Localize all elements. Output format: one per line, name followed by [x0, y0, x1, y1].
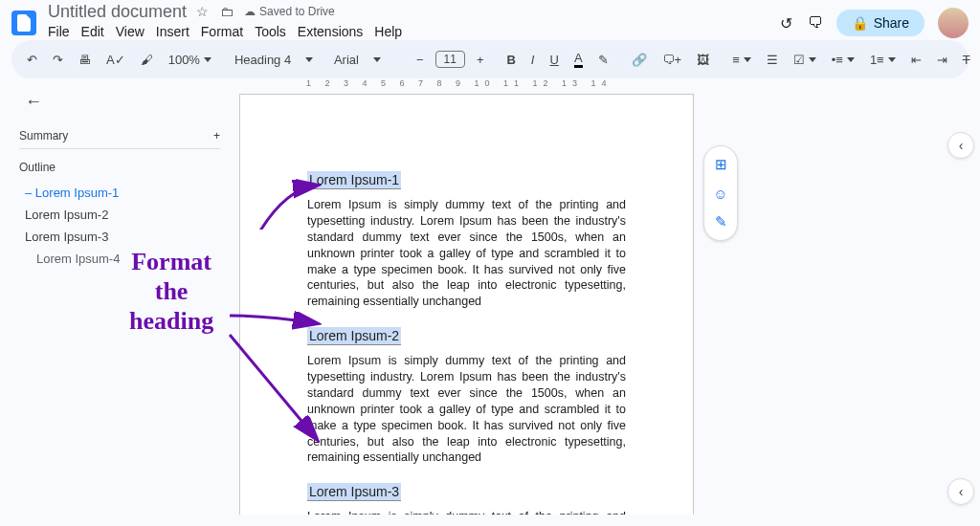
clear-format-button[interactable]: T [959, 49, 974, 71]
cloud-saved-status[interactable]: ☁ Saved to Drive [244, 4, 335, 19]
summary-label: Summary [19, 129, 68, 142]
add-comment-icon[interactable]: ⊞ [708, 152, 733, 177]
print-button[interactable]: 🖶 [75, 49, 95, 71]
ruler[interactable]: 1 2 3 4 5 6 7 8 9 10 11 12 13 14 [239, 78, 980, 94]
menu-insert[interactable]: Insert [156, 24, 189, 39]
menu-file[interactable]: File [48, 24, 70, 39]
line-spacing-button[interactable]: ☰ [763, 49, 782, 71]
avatar[interactable] [938, 8, 969, 38]
emoji-react-icon[interactable]: ☺ [708, 181, 733, 206]
indent-increase-button[interactable]: ⇥ [933, 49, 951, 71]
add-comment-button[interactable]: 🗨+ [658, 49, 686, 71]
style-dropdown[interactable]: Heading 4 [231, 49, 315, 71]
redo-button[interactable]: ↷ [49, 49, 67, 71]
checklist-button[interactable]: ☑ [790, 49, 820, 71]
outline-item-1[interactable]: Lorem Ipsum-1 [19, 182, 220, 204]
lock-icon: 🔒 [852, 15, 868, 31]
doc-paragraph[interactable]: Lorem Ipsum is simply dummy text of the … [307, 353, 626, 466]
fontsize-increase[interactable]: + [473, 49, 488, 71]
doc-paragraph[interactable]: Lorem Ipsum is simply dummy text of the … [307, 509, 626, 515]
fontsize-decrease[interactable]: − [412, 49, 428, 71]
suggest-edit-icon[interactable]: ✎ [708, 209, 733, 234]
outline-item-4[interactable]: Lorem Ipsum-4 [19, 248, 220, 270]
image-button[interactable]: 🖼 [693, 49, 713, 71]
italic-button[interactable]: I [527, 49, 539, 71]
outline-sidebar: ← Summary + Outline Lorem Ipsum-1 Lorem … [0, 78, 239, 515]
undo-button[interactable]: ↶ [23, 49, 41, 71]
numbered-list-button[interactable]: 1≡ [866, 49, 900, 71]
doc-heading-1[interactable]: Lorem Ipsum-1 [307, 171, 401, 189]
doc-heading-2[interactable]: Lorem Ipsum-2 [307, 327, 401, 345]
spellcheck-button[interactable]: A✓ [102, 49, 129, 71]
outline-item-3[interactable]: Lorem Ipsum-3 [19, 226, 220, 248]
menu-format[interactable]: Format [201, 24, 243, 39]
text-color-button[interactable]: A [570, 47, 587, 72]
star-icon[interactable]: ☆ [194, 4, 210, 19]
doc-heading-3[interactable]: Lorem Ipsum-3 [307, 483, 401, 501]
font-dropdown[interactable]: Arial [330, 49, 397, 71]
menu-bar: File Edit View Insert Format Tools Exten… [48, 22, 779, 45]
fontsize-input[interactable]: 11 [435, 51, 465, 68]
paint-format-button[interactable]: 🖌 [137, 49, 157, 71]
menu-edit[interactable]: Edit [81, 24, 104, 39]
highlight-button[interactable]: ✎ [594, 49, 612, 71]
link-button[interactable]: 🔗 [628, 49, 651, 71]
history-icon[interactable]: ↺ [779, 15, 794, 31]
menu-view[interactable]: View [116, 24, 145, 39]
align-button[interactable]: ≡ [728, 49, 755, 71]
outline-label: Outline [19, 161, 220, 174]
docs-logo[interactable] [11, 11, 36, 35]
zoom-dropdown[interactable]: 100% [165, 49, 215, 71]
outline-item-2[interactable]: Lorem Ipsum-2 [19, 204, 220, 226]
toolbar: ↶ ↷ 🖶 A✓ 🖌 100% Heading 4 Arial − 11 + B… [11, 40, 969, 78]
bold-button[interactable]: B [502, 49, 519, 71]
document-page[interactable]: Lorem Ipsum-1 Lorem Ipsum is simply dumm… [239, 94, 694, 515]
share-button[interactable]: 🔒 Share [836, 10, 924, 36]
side-panel-toggle[interactable]: ‹ [947, 132, 974, 159]
menu-tools[interactable]: Tools [255, 24, 286, 39]
comments-icon[interactable]: 🗨 [808, 15, 823, 31]
underline-button[interactable]: U [546, 49, 562, 71]
add-summary-button[interactable]: + [213, 129, 220, 142]
doc-paragraph[interactable]: Lorem Ipsum is simply dummy text of the … [307, 197, 626, 310]
move-icon[interactable]: 🗀 [219, 4, 234, 19]
bulleted-list-button[interactable]: •≡ [828, 49, 858, 71]
title-bar: Untitled document ☆ 🗀 ☁ Saved to Drive F… [0, 0, 980, 40]
explore-button[interactable]: ‹ [947, 478, 974, 505]
back-arrow-icon[interactable]: ← [19, 88, 220, 116]
menu-extensions[interactable]: Extensions [298, 24, 363, 39]
indent-decrease-button[interactable]: ⇤ [907, 49, 925, 71]
floating-comment-toolbar: ⊞ ☺ ✎ [703, 145, 738, 241]
document-title[interactable]: Untitled document [48, 2, 187, 22]
menu-help[interactable]: Help [374, 24, 402, 39]
